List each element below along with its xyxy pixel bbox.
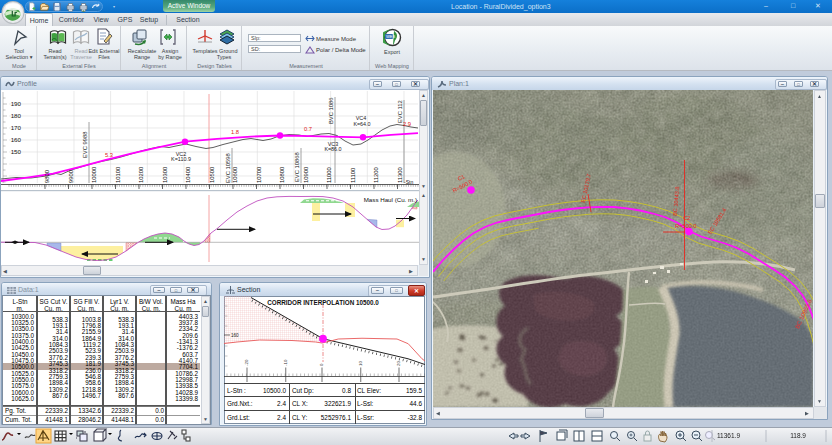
svg-text:160: 160	[11, 136, 22, 143]
svg-text:-10: -10	[283, 359, 288, 366]
svg-text:R=500.0: R=500.0	[675, 223, 696, 229]
svg-text:10900: 10900	[303, 167, 309, 183]
svg-text:5.3: 5.3	[105, 152, 113, 158]
svg-text:10000: 10000	[91, 167, 97, 183]
svg-text:9900: 9900	[68, 170, 74, 183]
svg-text:WEB: WEB	[386, 34, 395, 39]
svg-text:C2: C2	[683, 215, 690, 221]
svg-text:10400: 10400	[185, 167, 191, 183]
svg-text:CORRIDOR INTERPOLATION 10500.0: CORRIDOR INTERPOLATION 10500.0	[267, 299, 379, 306]
svg-text:0: 0	[319, 363, 324, 366]
svg-text:11100: 11100	[350, 168, 356, 183]
svg-text:BVC 1086: BVC 1086	[328, 98, 334, 124]
svg-text:10200: 10200	[138, 167, 144, 183]
svg-text:1.8: 1.8	[231, 129, 239, 135]
svg-text:K=86.0: K=86.0	[324, 146, 341, 152]
svg-text:10800: 10800	[279, 167, 285, 183]
svg-text:EVC 10868: EVC 10868	[294, 152, 300, 182]
svg-text:11300: 11300	[397, 167, 403, 183]
svg-text:170: 170	[11, 124, 22, 131]
svg-text:11200: 11200	[373, 167, 379, 183]
svg-text:118.9: 118.9	[790, 432, 806, 439]
svg-text:20: 20	[396, 361, 401, 366]
svg-text:10: 10	[358, 361, 363, 366]
svg-text:150: 150	[11, 148, 22, 155]
svg-text:10600: 10600	[232, 167, 238, 183]
svg-text:Mass Haul (Cu. m.): Mass Haul (Cu. m.)	[364, 196, 417, 203]
svg-text:0.7: 0.7	[304, 126, 312, 132]
svg-text:EVC 9988: EVC 9988	[82, 132, 88, 158]
svg-text:K=64.0: K=64.0	[353, 121, 370, 127]
svg-text:180: 180	[11, 112, 22, 119]
svg-text:10500: 10500	[209, 167, 215, 183]
svg-text:2.9: 2.9	[403, 121, 411, 127]
svg-text:9800: 9800	[44, 170, 50, 183]
svg-text:190: 190	[11, 100, 22, 107]
svg-text:EVC 10598: EVC 10598	[225, 153, 231, 183]
svg-text:10100: 10100	[115, 167, 121, 183]
svg-text:10300: 10300	[162, 167, 168, 183]
svg-text:160: 160	[231, 333, 239, 338]
svg-text:K=110.9: K=110.9	[171, 156, 191, 162]
svg-text:11000: 11000	[326, 167, 332, 183]
svg-text:11361.9: 11361.9	[717, 432, 740, 439]
svg-text:10700: 10700	[256, 167, 262, 183]
svg-text:-20: -20	[244, 359, 249, 366]
